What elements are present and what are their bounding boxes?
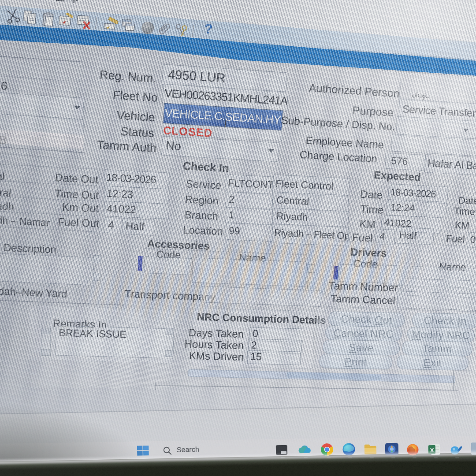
svg-text:X: X <box>430 447 434 454</box>
